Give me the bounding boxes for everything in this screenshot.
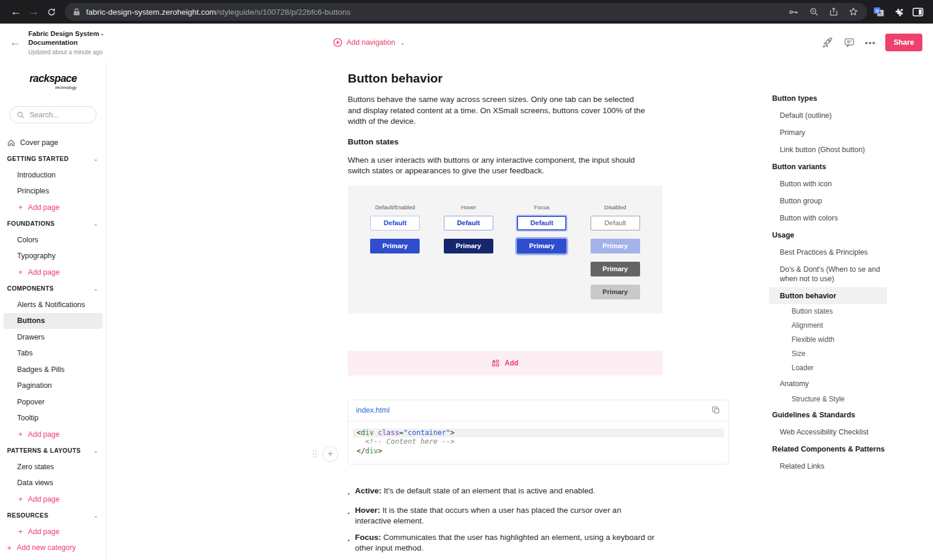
- toc-item-button-with-colors[interactable]: Button with colors: [769, 209, 887, 226]
- search-icon: [17, 111, 25, 119]
- sidebar-item-getting-started[interactable]: GETTING STARTED⌄: [0, 151, 106, 167]
- demo-button-primary-disabled[interactable]: Primary: [591, 239, 640, 253]
- demo-button-primary-focus[interactable]: Primary: [517, 239, 566, 253]
- sidebar-item-principles[interactable]: Principles: [0, 183, 106, 200]
- toc-item-size[interactable]: Size: [769, 347, 887, 361]
- sidebar-item-typography[interactable]: Typography: [0, 248, 106, 265]
- chevron-down-icon[interactable]: ⌄: [93, 512, 98, 519]
- toc-item-related-components-patterns[interactable]: Related Components & Patterns: [769, 440, 887, 457]
- drag-handle[interactable]: [313, 450, 318, 459]
- sidebar-item-foundations[interactable]: FOUNDATIONS⌄: [0, 216, 106, 232]
- add-block-button[interactable]: Add: [348, 351, 662, 375]
- states-paragraph: When a user interacts with buttons or an…: [348, 155, 647, 177]
- demo-button-primary-enabled[interactable]: Primary: [370, 239, 420, 253]
- sidebar-item-add-new-category[interactable]: +Add new category: [0, 540, 106, 556]
- sidebar-item-badges-pills[interactable]: Badges & Pills: [0, 361, 106, 378]
- demo-button-default-hover[interactable]: Default: [444, 216, 493, 230]
- sidebar-item-introduction[interactable]: Introduction: [0, 167, 106, 183]
- sidebar-item-popover[interactable]: Popover: [0, 394, 106, 410]
- toc-item-button-variants[interactable]: Button variants: [769, 158, 887, 175]
- browser-back-button[interactable]: ←: [7, 3, 25, 21]
- browser-forward-button[interactable]: →: [25, 3, 42, 21]
- demo-column-focus: FocusDefaultPrimary: [517, 204, 566, 314]
- sidebar-item-pagination[interactable]: Pagination: [0, 378, 106, 394]
- lock-icon: [73, 8, 80, 16]
- sidebar-item-add-page[interactable]: +Add page: [0, 199, 106, 216]
- sidebar-item-components[interactable]: COMPONENTS⌄: [0, 281, 106, 297]
- sidebar-item-zero-states[interactable]: Zero states: [0, 459, 106, 475]
- toc-item-button-behavior[interactable]: Button behavior: [769, 287, 887, 304]
- address-bar[interactable]: fabric-design-system.zeroheight.com/styl…: [65, 3, 867, 21]
- share-button[interactable]: Share: [885, 34, 922, 51]
- side-panel-icon[interactable]: [912, 7, 924, 17]
- toc-item-flexible-width[interactable]: Flexible width: [769, 332, 887, 347]
- comments-icon[interactable]: [843, 37, 855, 48]
- toc-item-loader[interactable]: Loader: [769, 361, 887, 375]
- chevron-down-icon[interactable]: ⌄: [93, 156, 98, 162]
- code-content[interactable]: <div class="container"> <!-- Content her…: [348, 421, 728, 465]
- chevron-down-icon[interactable]: ⌄: [93, 220, 98, 227]
- toc-item-button-states[interactable]: Button states: [769, 304, 887, 318]
- sidebar-item-tooltip[interactable]: Tooltip: [0, 410, 106, 427]
- code-filename-tab[interactable]: index.html: [356, 406, 390, 414]
- header-back-button[interactable]: ←: [9, 36, 21, 49]
- sidebar-item-patterns-layouts[interactable]: PATTERNS & LAYOUTS⌄: [0, 443, 106, 459]
- demo-button-default-focus[interactable]: Default: [517, 216, 566, 230]
- demo-button-default-enabled[interactable]: Default: [370, 216, 420, 230]
- demo-button-primary-disabled-light[interactable]: Primary: [591, 285, 640, 299]
- toc-item-guidelines-standards[interactable]: Guidelines & Standards: [769, 406, 887, 423]
- toc-item-related-links[interactable]: Related Links: [769, 457, 887, 475]
- sidebar-item-colors[interactable]: Colors: [0, 232, 106, 248]
- more-options-button[interactable]: •••: [865, 38, 876, 48]
- share-page-icon[interactable]: [829, 6, 839, 17]
- logo-subtext: technology: [29, 85, 77, 90]
- toc-item-structure-style[interactable]: Structure & Style: [769, 392, 887, 406]
- sidebar-item-label: Add page: [28, 430, 60, 439]
- sidebar-item-drawers[interactable]: Drawers: [0, 329, 106, 345]
- sidebar-item-resources[interactable]: RESOURCES⌄: [0, 508, 106, 524]
- sidebar-item-buttons[interactable]: Buttons: [4, 313, 103, 330]
- bookmark-star-icon[interactable]: [848, 6, 859, 17]
- browser-reload-button[interactable]: [42, 3, 60, 21]
- demo-button-primary-disabled-dark[interactable]: Primary: [591, 262, 640, 276]
- zoom-icon[interactable]: [809, 6, 819, 17]
- sidebar-item-add-page[interactable]: +Add page: [0, 264, 106, 281]
- chevron-down-icon[interactable]: ⌄: [93, 285, 98, 292]
- sidebar-item-label: GETTING STARTED: [7, 155, 68, 162]
- styleguide-title-block[interactable]: Fabric Design System -Documentation Upda…: [28, 29, 103, 55]
- toc-item-primary[interactable]: Primary: [769, 124, 887, 141]
- toc-item-usage[interactable]: Usage: [769, 226, 887, 243]
- rocket-icon[interactable]: [822, 37, 834, 49]
- sidebar-item-cover-page[interactable]: Cover page: [0, 134, 106, 151]
- toc-item-best-practices-principles[interactable]: Best Practices & Principles: [769, 243, 887, 261]
- toc-item-do-s-dont-s-when-to-se-and-when-not-to-use[interactable]: Do's & Dont's (When to se and when not t…: [769, 261, 887, 287]
- sidebar-item-alerts-notifications[interactable]: Alerts & Notifications: [0, 297, 106, 313]
- toc-item-anatomy[interactable]: Anatomy: [769, 375, 887, 392]
- search-input[interactable]: Search...: [9, 106, 97, 123]
- password-key-icon[interactable]: [788, 6, 799, 18]
- chevron-down-icon[interactable]: ⌄: [93, 447, 98, 454]
- sidebar-nav: Cover pageGETTING STARTED⌄IntroductionPr…: [0, 134, 106, 556]
- toc-item-web-accessibility-checklist[interactable]: Web Accessibility Checklist: [769, 423, 887, 440]
- sidebar-item-label: RESOURCES: [7, 512, 48, 519]
- sidebar-item-add-page[interactable]: +Add page: [0, 426, 106, 443]
- demo-button-primary-hover[interactable]: Primary: [444, 239, 493, 253]
- sidebar-item-label: Drawers: [17, 333, 45, 341]
- toc-item-button-types[interactable]: Button types: [769, 90, 887, 107]
- demo-button-default-disabled[interactable]: Default: [591, 216, 640, 230]
- sidebar-item-data-views[interactable]: Data views: [0, 475, 106, 492]
- toc-item-button-with-icon[interactable]: Button with icon: [769, 175, 887, 192]
- toc-item-default-outline[interactable]: Default (outline): [769, 107, 887, 124]
- sidebar-item-add-page[interactable]: +Add page: [0, 523, 106, 540]
- sidebar-item-label: Tabs: [17, 349, 32, 357]
- extensions-puzzle-icon[interactable]: [893, 6, 904, 18]
- insert-block-button[interactable]: +: [322, 446, 338, 462]
- add-navigation-button[interactable]: Add navigation ⌄: [333, 38, 405, 47]
- toc-item-link-button-ghost-button[interactable]: Link button (Ghost button): [769, 141, 887, 158]
- toc-item-button-group[interactable]: Button group: [769, 192, 887, 209]
- copy-code-icon[interactable]: [711, 406, 721, 415]
- toc-item-alignment[interactable]: Alignment: [769, 318, 887, 332]
- sidebar-item-tabs[interactable]: Tabs: [0, 345, 106, 362]
- translate-icon[interactable]: G 文: [873, 6, 885, 18]
- sidebar-item-add-page[interactable]: +Add page: [0, 491, 106, 508]
